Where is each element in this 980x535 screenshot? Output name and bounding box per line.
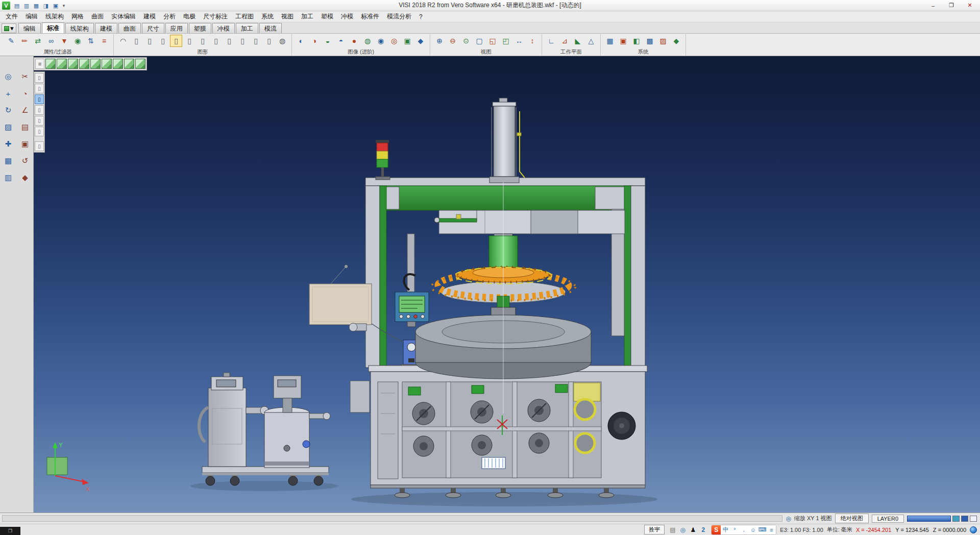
menu-item[interactable]: 电极 (180, 11, 199, 22)
left-tool-icon[interactable]: ↺ (18, 154, 32, 168)
menu-item[interactable]: 网格 (68, 11, 87, 22)
side-attachment-box[interactable] (309, 265, 403, 342)
ribbon-icon[interactable]: ◓ (335, 35, 347, 47)
ribbon-icon[interactable]: ◠ (117, 35, 129, 47)
ribbon-icon[interactable]: ▯ (170, 35, 182, 47)
ribbon-tab[interactable]: 加工 (236, 23, 258, 33)
horizontal-scrollbar[interactable] (2, 515, 782, 522)
cad-model-grinding-machine[interactable]: Y X (45, 56, 980, 513)
ribbon-icon[interactable]: ▣ (401, 35, 413, 47)
pneumatic-cylinder[interactable] (489, 98, 525, 183)
ribbon-icon[interactable]: ⇅ (85, 35, 97, 47)
menu-item[interactable]: 分析 (160, 11, 179, 22)
view-cube-icon[interactable] (113, 59, 123, 69)
ribbon-icon[interactable]: ▯ (263, 35, 275, 47)
menu-item[interactable]: 系统 (258, 11, 277, 22)
ribbon-icon[interactable]: ▯ (210, 35, 222, 47)
ribbon-icon[interactable]: ◐ (295, 35, 307, 47)
ime-icon[interactable]: ≡ (767, 525, 776, 534)
ribbon-icon[interactable]: ▣ (617, 35, 629, 47)
menu-item[interactable]: 塑模 (317, 11, 337, 22)
view-cube-icon[interactable] (135, 59, 145, 69)
ribbon-icon[interactable]: ⊕ (433, 35, 446, 47)
view-cube-icon[interactable] (45, 59, 56, 69)
ribbon-icon[interactable]: ◧ (630, 35, 643, 47)
quick-access-icon[interactable]: ▦ (32, 1, 41, 10)
quick-access-icon[interactable]: ▥ (22, 1, 31, 10)
left-tool-icon[interactable]: ▣ (18, 137, 32, 151)
left-tool-icon[interactable]: ✂ (18, 69, 32, 84)
taskbar-fragment[interactable]: ❐ (0, 527, 20, 535)
ribbon-icon[interactable]: ✎ (5, 35, 17, 47)
color-chip-light[interactable] (970, 516, 977, 522)
left-tool-icon[interactable]: ∠ (18, 103, 32, 117)
view-cube-icon[interactable] (90, 59, 101, 69)
ribbon-icon[interactable]: ⇄ (32, 35, 44, 47)
ribbon-icon[interactable]: ▨ (657, 35, 669, 47)
ribbon-icon[interactable]: ◉ (375, 35, 387, 47)
menu-item[interactable]: 加工 (298, 11, 317, 22)
ribbon-icon[interactable]: ∞ (45, 35, 57, 47)
ribbon-icon[interactable]: ▩ (644, 35, 656, 47)
tray-icon[interactable]: ◎ (678, 525, 687, 534)
ribbon-icon[interactable]: ▯ (223, 35, 235, 47)
menu-item[interactable]: ? (415, 12, 426, 21)
view-cube-icon[interactable] (124, 59, 134, 69)
menu-item[interactable]: 建模 (140, 11, 159, 22)
left-tool-icon[interactable]: ↻ (1, 103, 15, 117)
menu-item[interactable]: 编辑 (22, 11, 41, 22)
left-tool-icon[interactable]: ✚ (1, 137, 15, 151)
ribbon-icon[interactable]: ◱ (486, 35, 499, 47)
ime-icon[interactable]: ° (730, 525, 739, 534)
mini-view-icon[interactable]: ▯ (35, 94, 44, 104)
slurry-trolley[interactable] (199, 373, 330, 485)
ime-icon[interactable]: ☺ (748, 525, 757, 534)
ribbon-tab[interactable]: 编辑 (18, 23, 41, 33)
ribbon-tab[interactable]: 应用 (165, 23, 188, 33)
minimize-button[interactable]: – (924, 1, 942, 11)
ribbon-tab[interactable]: 尺寸 (142, 23, 164, 33)
ribbon-icon[interactable]: ▦ (604, 35, 616, 47)
view-menu-icon[interactable]: ≡ (35, 59, 44, 69)
ribbon-icon[interactable]: ▯ (143, 35, 156, 47)
ime-globe-icon[interactable] (970, 526, 977, 533)
close-button[interactable]: ✕ (961, 1, 979, 11)
tray-icon[interactable]: ♟ (689, 525, 697, 534)
menu-item[interactable]: 工程图 (232, 11, 257, 22)
ribbon-icon[interactable]: ⊖ (447, 35, 459, 47)
left-tool-icon[interactable]: + (1, 86, 15, 101)
ribbon-icon[interactable]: ▼ (58, 35, 70, 47)
menu-item[interactable]: 文件 (2, 11, 21, 22)
menu-item[interactable]: 视图 (278, 11, 297, 22)
ribbon-tab[interactable]: 建模 (95, 23, 117, 33)
ribbon-icon[interactable]: ⊙ (460, 35, 472, 47)
ribbon-icon[interactable]: ▯ (236, 35, 249, 47)
ime-icon[interactable]: 中 (721, 525, 730, 534)
ribbon-icon[interactable]: ✏ (18, 35, 31, 47)
tray-icon[interactable]: 2 (699, 525, 707, 534)
ribbon-icon[interactable]: ↕ (526, 35, 538, 47)
menu-item[interactable]: 尺寸标注 (200, 11, 231, 22)
color-chip-blue[interactable] (961, 516, 968, 522)
ribbon-icon[interactable]: ▯ (157, 35, 169, 47)
ribbon-icon[interactable]: ◑ (308, 35, 321, 47)
quick-access-icon[interactable]: ▤ (12, 1, 21, 10)
tray-icon[interactable]: ▤ (668, 525, 677, 534)
left-tool-icon[interactable]: ▨ (1, 120, 15, 134)
ribbon-icon[interactable]: ◉ (71, 35, 84, 47)
ribbon-icon[interactable]: ▯ (130, 35, 142, 47)
ribbon-icon[interactable]: ◎ (388, 35, 400, 47)
ribbon-icon[interactable]: ● (348, 35, 360, 47)
menu-item[interactable]: 模流分析 (383, 11, 415, 22)
ribbon-icon[interactable]: ◣ (572, 35, 584, 47)
ribbon-icon[interactable]: △ (585, 35, 597, 47)
ribbon-icon[interactable]: ≡ (98, 35, 110, 47)
ribbon-tab[interactable]: 冲模 (212, 23, 235, 33)
ribbon-tab[interactable]: 模流 (259, 23, 282, 33)
mini-view-icon[interactable]: ▯ (35, 84, 44, 93)
ribbon-tab[interactable]: 塑膜 (189, 23, 211, 33)
ribbon-icon[interactable]: ◆ (670, 35, 682, 47)
layer-color-bar[interactable] (907, 516, 951, 522)
left-tool-icon[interactable]: ◆ (18, 171, 32, 185)
toolbar-config-dropdown[interactable]: ▾ (2, 23, 16, 33)
